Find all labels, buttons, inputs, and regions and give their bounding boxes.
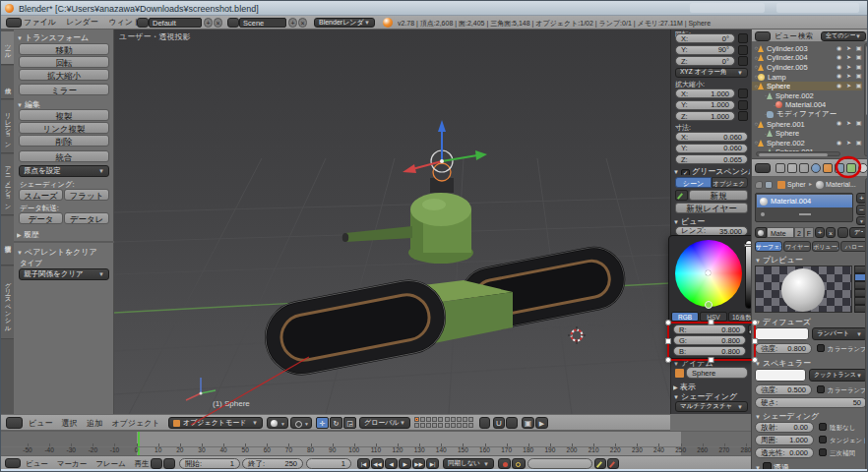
rotation-y-field[interactable]: Y:90° (675, 45, 735, 55)
data-layout-button[interactable]: データレ (64, 212, 109, 224)
visibility-toggle-icon[interactable]: ◉ (835, 82, 843, 91)
visibility-toggle-icon[interactable]: ◉ (835, 63, 843, 73)
render-toggle-icon[interactable]: ▣ (854, 53, 863, 63)
timeline-icon-b[interactable] (163, 458, 175, 469)
viewport-3d[interactable]: ユーザー・透視投影 (1) Sphere (114, 30, 670, 414)
euler-dropdown[interactable]: XYZ オイラー角▼ (675, 68, 748, 78)
frame-start-field[interactable]: 開始:1 (179, 458, 240, 469)
lock-icon[interactable] (738, 88, 748, 98)
diffuse-shader-dropdown[interactable]: ランバート▼ (812, 327, 867, 340)
layer-toggle[interactable] (451, 417, 456, 422)
screen-add-button[interactable]: + (204, 18, 213, 28)
shadeless-checkbox[interactable] (819, 423, 827, 431)
tool-shelf-tab-2[interactable]: リレーション (1, 100, 14, 153)
outliner-row[interactable]: ·Material.004 (752, 100, 862, 110)
record-button[interactable] (498, 458, 511, 469)
timeline-menu-2[interactable]: フレーム (95, 456, 126, 469)
set-origin-dropdown[interactable]: 原点を設定▼ (19, 165, 109, 177)
scene-delete-button[interactable]: × (298, 18, 307, 28)
view-panel-header[interactable]: ▼ビュー (673, 216, 750, 225)
selectability-toggle-icon[interactable]: ➤ (844, 44, 853, 54)
lock-to-scene-button[interactable] (479, 417, 490, 429)
manipulator-translate-button[interactable]: ✛ (316, 417, 329, 429)
layer-toggle[interactable] (468, 417, 473, 422)
toolshelf-panel-edit[interactable]: ▼編集 (17, 99, 111, 108)
outliner-expander[interactable]: · (752, 92, 767, 98)
outliner-expander[interactable]: · (752, 131, 767, 137)
topbar-menu-1[interactable]: レンダー (66, 16, 98, 30)
data-button[interactable]: データ (19, 212, 63, 224)
visibility-toggle-icon[interactable]: ◉ (835, 139, 843, 148)
lock-icon[interactable] (738, 100, 748, 110)
outliner-menu-view[interactable]: ビュー (775, 30, 797, 42)
diffuse-intensity-slider[interactable]: 強度:0.800 (755, 343, 812, 354)
selectability-toggle-icon[interactable]: ➤ (844, 119, 853, 129)
clear-parent-panel[interactable]: ▼ペアレントをクリア (17, 247, 111, 256)
grease-pencil-panel-header[interactable]: ▼✓グリースペンシルレイ (673, 166, 750, 175)
picker-g-field[interactable]: G:0.800 (673, 335, 746, 345)
color-wheel-handle[interactable] (705, 301, 713, 309)
outliner-row[interactable]: ·Sphere.002 (752, 91, 862, 101)
layer-toggle[interactable] (414, 423, 419, 428)
scale-button[interactable]: 拡大縮小 (19, 69, 109, 81)
scale-y-field[interactable]: Y:1.000 (675, 100, 735, 110)
visibility-toggle-icon[interactable]: ◉ (835, 44, 843, 54)
playback-next-key-button[interactable]: ▶▶ (412, 458, 425, 469)
toolshelf-panel-transform[interactable]: ▼トランスフォーム (17, 32, 111, 41)
breadcrumb-pin-icon[interactable] (755, 181, 763, 189)
selectability-toggle-icon[interactable]: ➤ (844, 63, 853, 73)
specular-panel-header[interactable]: ▼スペキュラー (755, 358, 865, 367)
properties-tab-modifiers[interactable] (835, 163, 844, 173)
render-opengl-anim-button[interactable]: ▶ (535, 417, 548, 429)
screen-layout-field[interactable]: Default (149, 18, 202, 28)
pivot-dropdown[interactable]: ▼ (290, 417, 312, 429)
layer-toggle[interactable] (445, 423, 450, 428)
viewport-menu-1[interactable]: 選択 (62, 416, 78, 431)
scene-icon[interactable] (227, 18, 239, 28)
rotation-x-field[interactable]: X:0° (675, 33, 735, 43)
color-wheel-cursor[interactable] (706, 270, 711, 275)
render-toggle-icon[interactable]: ▣ (854, 119, 863, 129)
layer-toggle[interactable] (414, 417, 419, 422)
outliner-filter-dropdown[interactable]: 全てのシーン▼ (821, 31, 866, 41)
selectability-toggle-icon[interactable]: ➤ (844, 82, 853, 91)
outliner-expander[interactable]: · (752, 111, 767, 117)
outliner-row[interactable]: ·モディファイアー (752, 110, 862, 120)
breadcrumb-object-label[interactable]: Spher (787, 179, 806, 190)
scale-z-field[interactable]: Z:1.000 (675, 111, 735, 121)
picker-tab-rgb[interactable]: RGB (671, 312, 699, 322)
tool-shelf-tab-3[interactable]: アニメーション (1, 154, 14, 215)
render-toggle-icon[interactable]: ▣ (854, 82, 863, 91)
viewport-shading-dropdown[interactable]: ▼ (267, 417, 288, 429)
material-name-field[interactable]: Mate (767, 227, 794, 238)
keying-set-field[interactable] (527, 458, 592, 469)
gp-scene-toggle[interactable]: シーン (675, 177, 712, 188)
visibility-toggle-icon[interactable]: ◉ (835, 119, 843, 129)
playback-jump-start-button[interactable]: |◀ (357, 458, 370, 469)
duplicate-button[interactable]: 複製 (19, 109, 109, 121)
rotation-z-field[interactable]: Z:0° (675, 56, 735, 66)
toolshelf-panel-history[interactable]: ▶履歴 (17, 229, 111, 238)
join-button[interactable]: 統合 (19, 150, 109, 162)
material-users-button[interactable]: 2 (794, 227, 804, 238)
flat-button[interactable]: フラット (64, 189, 109, 201)
keying-set-dropdown[interactable] (512, 458, 526, 469)
layer-toggle[interactable] (426, 423, 431, 428)
timeline-menu-3[interactable]: 再生 (135, 456, 150, 469)
layer-toggle[interactable] (438, 423, 443, 428)
render-toggle-icon[interactable]: ▣ (854, 139, 863, 148)
render-toggle-icon[interactable]: ▣ (854, 72, 863, 82)
properties-tab-object[interactable] (823, 163, 833, 173)
layer-toggle[interactable] (426, 417, 431, 422)
material-browse-icon[interactable] (755, 227, 767, 238)
specular-intensity-slider[interactable]: 強度:0.500 (755, 384, 812, 395)
playback-play-reverse-button[interactable]: ◀ (385, 458, 398, 469)
properties-editor-type-button[interactable] (755, 163, 771, 173)
material-type-tab-1[interactable]: ワイヤー (783, 241, 811, 252)
visibility-toggle-icon[interactable]: ◉ (835, 72, 843, 82)
picker-tab-hsv[interactable]: HSV (700, 312, 727, 322)
selectability-toggle-icon[interactable]: ➤ (844, 53, 853, 63)
hardness-slider[interactable]: 硬さ:50 (755, 397, 867, 408)
ambient-slider[interactable]: 周囲:1.000 (755, 435, 814, 445)
scene-field[interactable]: Scene (239, 18, 286, 28)
